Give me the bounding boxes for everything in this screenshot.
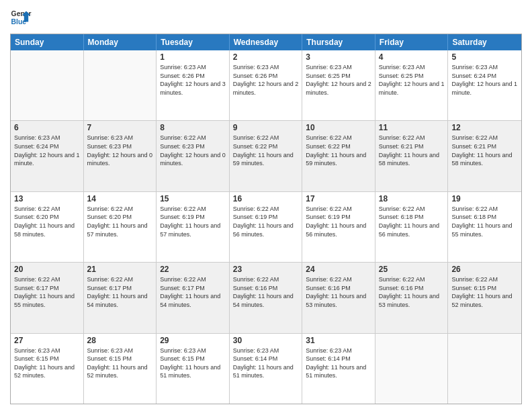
weekday-header-sunday: Sunday [11, 34, 84, 50]
cell-info: Sunrise: 6:23 AM Sunset: 6:24 PM Dayligh… [451, 63, 518, 97]
logo: General Blue [10, 7, 32, 28]
weekday-header-friday: Friday [375, 34, 449, 50]
day-number: 23 [233, 265, 299, 274]
cell-info: Sunrise: 6:22 AM Sunset: 6:16 PM Dayligh… [379, 275, 445, 309]
cell-info: Sunrise: 6:22 AM Sunset: 6:17 PM Dayligh… [160, 275, 226, 309]
calendar-row-2: 13Sunrise: 6:22 AM Sunset: 6:20 PM Dayli… [11, 192, 521, 263]
day-number: 8 [160, 123, 226, 132]
calendar-cell: 31Sunrise: 6:23 AM Sunset: 6:14 PM Dayli… [302, 334, 375, 404]
cell-info: Sunrise: 6:23 AM Sunset: 6:26 PM Dayligh… [233, 63, 299, 97]
day-number: 24 [306, 265, 371, 274]
calendar-cell [84, 50, 157, 120]
cell-info: Sunrise: 6:22 AM Sunset: 6:20 PM Dayligh… [87, 205, 153, 238]
cell-info: Sunrise: 6:23 AM Sunset: 6:26 PM Dayligh… [160, 63, 226, 97]
calendar-cell: 18Sunrise: 6:22 AM Sunset: 6:18 PM Dayli… [375, 192, 449, 262]
calendar-cell: 27Sunrise: 6:23 AM Sunset: 6:15 PM Dayli… [11, 334, 84, 404]
day-number: 27 [14, 336, 80, 345]
calendar-cell: 22Sunrise: 6:22 AM Sunset: 6:17 PM Dayli… [157, 263, 230, 332]
calendar-cell: 10Sunrise: 6:22 AM Sunset: 6:22 PM Dayli… [302, 121, 375, 191]
day-number: 19 [451, 194, 518, 203]
cell-info: Sunrise: 6:23 AM Sunset: 6:25 PM Dayligh… [379, 63, 445, 97]
weekday-header-monday: Monday [84, 34, 157, 50]
day-number: 22 [160, 265, 226, 274]
day-number: 4 [379, 52, 445, 62]
cell-info: Sunrise: 6:22 AM Sunset: 6:15 PM Dayligh… [451, 275, 518, 309]
calendar-cell: 14Sunrise: 6:22 AM Sunset: 6:20 PM Dayli… [84, 192, 157, 262]
day-number: 9 [233, 123, 299, 132]
day-number: 15 [160, 194, 226, 203]
cell-info: Sunrise: 6:22 AM Sunset: 6:21 PM Dayligh… [379, 134, 445, 167]
cell-info: Sunrise: 6:22 AM Sunset: 6:16 PM Dayligh… [233, 275, 299, 309]
day-number: 30 [233, 336, 299, 345]
day-number: 10 [306, 123, 371, 132]
day-number: 1 [160, 52, 226, 62]
day-number: 7 [87, 123, 153, 132]
calendar-row-4: 27Sunrise: 6:23 AM Sunset: 6:15 PM Dayli… [11, 334, 521, 404]
calendar-cell: 30Sunrise: 6:23 AM Sunset: 6:14 PM Dayli… [230, 334, 303, 404]
calendar-cell: 26Sunrise: 6:22 AM Sunset: 6:15 PM Dayli… [448, 263, 521, 332]
weekday-header-thursday: Thursday [302, 34, 375, 50]
calendar-cell: 19Sunrise: 6:22 AM Sunset: 6:18 PM Dayli… [448, 192, 521, 262]
calendar-cell: 15Sunrise: 6:22 AM Sunset: 6:19 PM Dayli… [157, 192, 230, 262]
calendar-cell [11, 50, 84, 120]
cell-info: Sunrise: 6:23 AM Sunset: 6:14 PM Dayligh… [306, 347, 371, 380]
weekday-header-wednesday: Wednesday [230, 34, 303, 50]
calendar-body: 1Sunrise: 6:23 AM Sunset: 6:26 PM Daylig… [11, 50, 521, 404]
cell-info: Sunrise: 6:22 AM Sunset: 6:19 PM Dayligh… [233, 205, 299, 238]
day-number: 12 [451, 123, 518, 132]
day-number: 11 [379, 123, 445, 132]
cell-info: Sunrise: 6:22 AM Sunset: 6:21 PM Dayligh… [451, 134, 518, 167]
cell-info: Sunrise: 6:22 AM Sunset: 6:18 PM Dayligh… [451, 205, 518, 238]
calendar-cell: 6Sunrise: 6:23 AM Sunset: 6:24 PM Daylig… [11, 121, 84, 191]
calendar-cell [375, 334, 449, 404]
weekday-header-saturday: Saturday [448, 34, 521, 50]
cell-info: Sunrise: 6:22 AM Sunset: 6:16 PM Dayligh… [306, 275, 371, 309]
calendar-cell: 1Sunrise: 6:23 AM Sunset: 6:26 PM Daylig… [157, 50, 230, 120]
calendar-cell: 13Sunrise: 6:22 AM Sunset: 6:20 PM Dayli… [11, 192, 84, 262]
day-number: 29 [160, 336, 226, 345]
cell-info: Sunrise: 6:23 AM Sunset: 6:15 PM Dayligh… [160, 347, 226, 380]
cell-info: Sunrise: 6:23 AM Sunset: 6:15 PM Dayligh… [14, 347, 80, 380]
day-number: 14 [87, 194, 153, 203]
calendar-cell: 16Sunrise: 6:22 AM Sunset: 6:19 PM Dayli… [230, 192, 303, 262]
calendar: SundayMondayTuesdayWednesdayThursdayFrid… [10, 34, 522, 404]
calendar-row-3: 20Sunrise: 6:22 AM Sunset: 6:17 PM Dayli… [11, 263, 521, 333]
calendar-cell: 24Sunrise: 6:22 AM Sunset: 6:16 PM Dayli… [302, 263, 375, 332]
calendar-cell: 29Sunrise: 6:23 AM Sunset: 6:15 PM Dayli… [157, 334, 230, 404]
cell-info: Sunrise: 6:23 AM Sunset: 6:23 PM Dayligh… [87, 134, 153, 167]
day-number: 20 [14, 265, 80, 274]
logo-icon: General Blue [10, 7, 32, 28]
day-number: 13 [14, 194, 80, 203]
cell-info: Sunrise: 6:22 AM Sunset: 6:20 PM Dayligh… [14, 205, 80, 238]
cell-info: Sunrise: 6:23 AM Sunset: 6:14 PM Dayligh… [233, 347, 299, 380]
day-number: 28 [87, 336, 153, 345]
calendar-cell: 12Sunrise: 6:22 AM Sunset: 6:21 PM Dayli… [448, 121, 521, 191]
day-number: 18 [379, 194, 445, 203]
day-number: 3 [306, 52, 371, 62]
day-number: 2 [233, 52, 299, 62]
cell-info: Sunrise: 6:22 AM Sunset: 6:23 PM Dayligh… [160, 134, 226, 167]
calendar-cell: 9Sunrise: 6:22 AM Sunset: 6:22 PM Daylig… [230, 121, 303, 191]
cell-info: Sunrise: 6:22 AM Sunset: 6:19 PM Dayligh… [306, 205, 371, 238]
calendar-cell: 25Sunrise: 6:22 AM Sunset: 6:16 PM Dayli… [375, 263, 449, 332]
cell-info: Sunrise: 6:23 AM Sunset: 6:24 PM Dayligh… [14, 134, 80, 167]
calendar-cell: 11Sunrise: 6:22 AM Sunset: 6:21 PM Dayli… [375, 121, 449, 191]
cell-info: Sunrise: 6:22 AM Sunset: 6:17 PM Dayligh… [14, 275, 80, 309]
calendar-cell: 5Sunrise: 6:23 AM Sunset: 6:24 PM Daylig… [448, 50, 521, 120]
calendar-cell: 7Sunrise: 6:23 AM Sunset: 6:23 PM Daylig… [84, 121, 157, 191]
cell-info: Sunrise: 6:23 AM Sunset: 6:15 PM Dayligh… [87, 347, 153, 380]
cell-info: Sunrise: 6:23 AM Sunset: 6:25 PM Dayligh… [306, 63, 371, 97]
calendar-row-1: 6Sunrise: 6:23 AM Sunset: 6:24 PM Daylig… [11, 121, 521, 191]
day-number: 31 [306, 336, 371, 345]
calendar-cell: 3Sunrise: 6:23 AM Sunset: 6:25 PM Daylig… [302, 50, 375, 120]
calendar-cell: 28Sunrise: 6:23 AM Sunset: 6:15 PM Dayli… [84, 334, 157, 404]
day-number: 16 [233, 194, 299, 203]
cell-info: Sunrise: 6:22 AM Sunset: 6:19 PM Dayligh… [160, 205, 226, 238]
day-number: 26 [451, 265, 518, 274]
day-number: 6 [14, 123, 80, 132]
calendar-cell: 4Sunrise: 6:23 AM Sunset: 6:25 PM Daylig… [375, 50, 449, 120]
weekday-header-tuesday: Tuesday [157, 34, 230, 50]
calendar-cell: 20Sunrise: 6:22 AM Sunset: 6:17 PM Dayli… [11, 263, 84, 332]
calendar-cell: 2Sunrise: 6:23 AM Sunset: 6:26 PM Daylig… [230, 50, 303, 120]
cell-info: Sunrise: 6:22 AM Sunset: 6:17 PM Dayligh… [87, 275, 153, 309]
